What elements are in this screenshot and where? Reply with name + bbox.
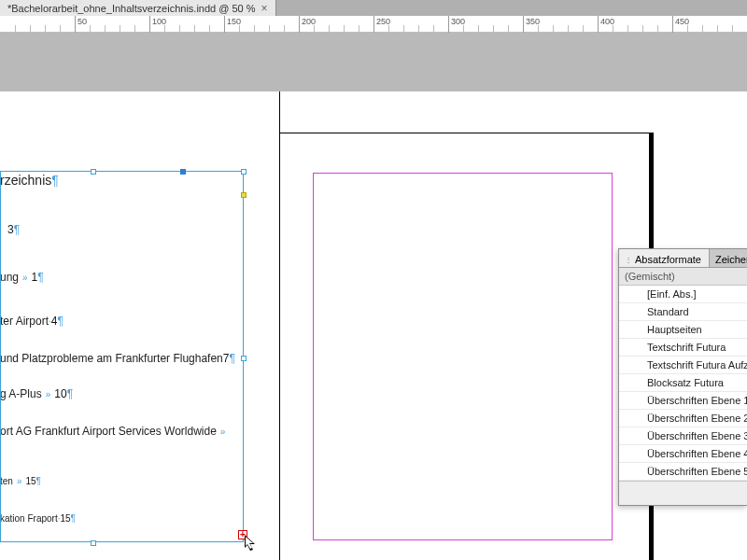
selection-handle[interactable]	[241, 169, 247, 175]
tab-zeichenformate[interactable]: Zeichenf	[710, 249, 747, 267]
tab-absatzformate[interactable]: ⋮ Absatzformate	[619, 249, 710, 267]
grip-icon: ⋮	[625, 256, 632, 264]
ruler-tick: 400	[598, 16, 599, 33]
ruler-tick: 100	[149, 16, 150, 33]
panel-tab-label: Absatzformate	[635, 254, 701, 265]
ruler-tick: 50	[75, 16, 76, 33]
selection-control-yellow[interactable]	[241, 192, 247, 198]
selection-handle[interactable]	[180, 169, 186, 175]
panel-footer	[619, 481, 747, 505]
ruler-tick: 350	[523, 16, 524, 33]
ruler-horizontal[interactable]: 50100150200250300350400450	[0, 16, 747, 33]
style-item[interactable]: [Einf. Abs.]	[619, 286, 747, 303]
panel-tab-bar: ⋮ Absatzformate Zeichenf	[619, 249, 747, 268]
selection-handle[interactable]	[91, 169, 96, 175]
ruler-tick: 300	[448, 16, 449, 33]
style-item[interactable]: Überschriften Ebene 5	[619, 463, 747, 481]
ruler-tick: 250	[374, 16, 374, 33]
style-item[interactable]: Überschriften Ebene 4	[619, 445, 747, 463]
close-icon[interactable]: ×	[261, 3, 268, 14]
document-tab-title: *Bachelorarbeit_ohne_Inhaltsverzeichnis.…	[7, 3, 256, 14]
style-item[interactable]: Überschriften Ebene 1	[619, 392, 747, 410]
margin-guide	[313, 173, 613, 540]
style-item[interactable]: Hauptseiten	[619, 321, 747, 339]
style-item[interactable]: Standard	[619, 303, 747, 321]
ruler-tick: 200	[299, 16, 300, 33]
document-tab-bar: *Bachelorarbeit_ohne_Inhaltsverzeichnis.…	[0, 0, 747, 16]
panel-status: (Gemischt)	[619, 268, 747, 286]
text-frame-selection[interactable]	[0, 171, 244, 542]
ruler-tick: 150	[224, 16, 225, 33]
overset-text-icon[interactable]: +	[238, 530, 247, 539]
style-list: [Einf. Abs.]StandardHauptseitenTextschri…	[619, 286, 747, 481]
panel-tab-label: Zeichenf	[715, 254, 747, 265]
style-item[interactable]: Blocksatz Futura	[619, 374, 747, 392]
ruler-tick: 450	[672, 16, 673, 33]
paragraph-styles-panel[interactable]: ⋮ Absatzformate Zeichenf (Gemischt) [Ein…	[618, 248, 747, 506]
style-item[interactable]: Überschriften Ebene 3	[619, 427, 747, 445]
selection-handle[interactable]	[241, 356, 247, 361]
style-item[interactable]: Textschrift Futura Aufzäh	[619, 357, 747, 374]
style-item[interactable]: Textschrift Futura	[619, 339, 747, 357]
document-tab[interactable]: *Bachelorarbeit_ohne_Inhaltsverzeichnis.…	[0, 0, 276, 16]
pasteboard	[0, 33, 747, 91]
style-item[interactable]: Überschriften Ebene 2	[619, 410, 747, 427]
selection-handle[interactable]	[91, 540, 96, 546]
